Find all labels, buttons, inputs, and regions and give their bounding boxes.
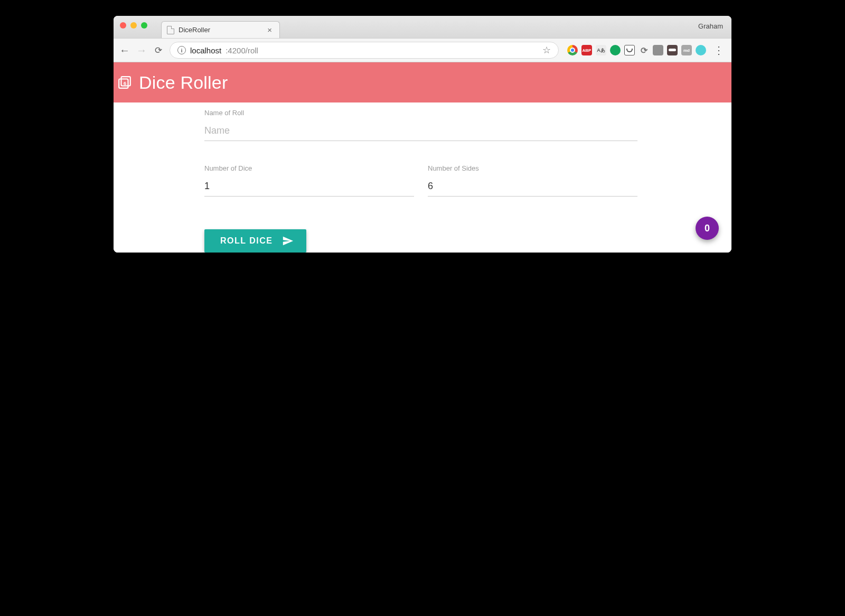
tab-title: DiceRoller <box>179 26 210 34</box>
send-icon <box>282 235 294 247</box>
results-count-fab[interactable]: 0 <box>696 217 719 240</box>
app-header: 6 Dice Roller <box>114 62 731 102</box>
window-traffic-lights <box>120 22 147 29</box>
site-info-icon[interactable]: i <box>177 46 186 54</box>
sides-input[interactable] <box>428 178 637 197</box>
chrome-icon[interactable] <box>567 45 578 55</box>
extension-mask-icon[interactable] <box>667 45 678 55</box>
browser-tab[interactable]: DiceRoller × <box>161 21 280 38</box>
browser-window: DiceRoller × Graham ← → ⟳ i localhost:42… <box>114 16 731 253</box>
app-title: Dice Roller <box>139 72 228 93</box>
sync-icon[interactable]: ⟳ <box>639 45 649 55</box>
address-bar[interactable]: i localhost:4200/roll ☆ <box>170 42 559 59</box>
dice-count-label: Number of Dice <box>204 164 414 172</box>
name-field: Name of Roll <box>204 109 637 141</box>
dice-count-field: Number of Dice <box>204 164 414 197</box>
window-maximize-button[interactable] <box>141 22 147 29</box>
extension-green-icon[interactable] <box>610 45 621 55</box>
sides-field: Number of Sides <box>428 164 637 197</box>
window-close-button[interactable] <box>120 22 126 29</box>
adblock-icon[interactable]: ABP <box>581 45 592 55</box>
translate-icon[interactable]: Aあ <box>596 45 606 55</box>
bookmark-star-icon[interactable]: ☆ <box>542 44 551 56</box>
chrome-profile-name[interactable]: Graham <box>698 22 723 30</box>
blank-page-icon <box>167 26 174 34</box>
extension-icons: ABP Aあ ⟳ md <box>567 45 706 55</box>
name-input[interactable] <box>204 122 637 141</box>
browser-toolbar: ← → ⟳ i localhost:4200/roll ☆ ABP Aあ ⟳ m… <box>114 38 731 62</box>
dice-count-input[interactable] <box>204 178 414 197</box>
window-minimize-button[interactable] <box>130 22 137 29</box>
roll-form: Name of Roll Number of Dice Number of Si… <box>204 102 637 253</box>
reload-button[interactable]: ⟳ <box>153 45 164 56</box>
extension-teal-icon[interactable] <box>696 45 706 55</box>
url-rest: :4200/roll <box>226 46 258 55</box>
back-button[interactable]: ← <box>119 44 130 57</box>
fab-value: 0 <box>705 223 710 234</box>
name-label: Name of Roll <box>204 109 637 117</box>
roll-dice-button[interactable]: ROLL DICE <box>204 229 306 253</box>
svg-text:6: 6 <box>124 80 127 86</box>
page-viewport: 6 Dice Roller Name of Roll Number of Dic… <box>114 62 731 253</box>
window-titlebar: DiceRoller × Graham <box>114 16 731 38</box>
forward-button: → <box>136 44 147 57</box>
dice-icon: 6 <box>118 76 132 89</box>
pocket-icon[interactable] <box>624 45 635 55</box>
roll-button-label: ROLL DICE <box>220 236 273 246</box>
url-host: localhost <box>190 46 221 55</box>
extension-grey-icon[interactable] <box>653 45 663 55</box>
markdown-icon[interactable]: md <box>681 45 692 55</box>
sides-label: Number of Sides <box>428 164 637 172</box>
tab-close-button[interactable]: × <box>267 26 272 34</box>
chrome-menu-button[interactable]: ⋮ <box>711 44 726 57</box>
